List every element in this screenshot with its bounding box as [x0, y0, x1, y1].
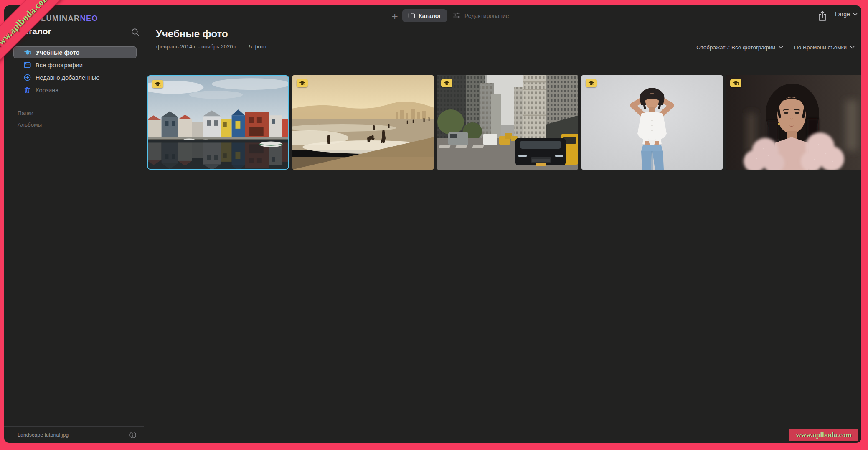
photo-thumbnail-portrait[interactable] [726, 75, 861, 170]
filter-dropdown[interactable]: Отображать: Все фотографии [696, 44, 783, 51]
sliders-icon [453, 12, 461, 20]
watermark-box-text: www.aplboda.com [796, 431, 851, 439]
sidebar-section-folders[interactable]: Папки [18, 110, 33, 116]
page-title: Учебные фото [156, 28, 228, 40]
chevron-down-icon [850, 46, 855, 49]
current-file-name: Landscape tutorial.jpg [18, 432, 129, 438]
tutorial-badge-icon [152, 80, 163, 88]
watermark-box: www.aplboda.com [789, 429, 858, 441]
tab-catalog-label: Каталог [419, 13, 441, 19]
filter-dropdown-label: Отображать: Все фотографии [696, 44, 775, 51]
album-meta: февраль 2014 г. - ноябрь 2020 г. 5 фото [156, 43, 266, 50]
sidebar-footer: Landscape tutorial.jpg [4, 426, 144, 443]
tutorial-badge-icon [730, 79, 741, 87]
app-logo: LUMINARNEO [41, 14, 98, 23]
sort-dropdown[interactable]: По Времени съемки [794, 44, 855, 51]
sidebar-item-label: Корзина [36, 87, 58, 94]
view-filters: Отображать: Все фотографии По Времени съ… [696, 44, 855, 51]
photo-thumbnail-studio-model[interactable] [581, 75, 723, 170]
logo-text-luminar: LUMINAR [41, 14, 80, 23]
sidebar-item-trash[interactable]: Корзина [13, 84, 137, 96]
folder-icon [408, 12, 415, 20]
photo-thumbnail-beach[interactable] [292, 75, 434, 170]
thumbnail-size-dropdown[interactable]: Large [835, 11, 858, 18]
chevron-down-icon [853, 13, 858, 16]
tab-edit[interactable]: Редактирование [453, 9, 509, 22]
sidebar-item-recently-added[interactable]: Недавно добавленные [13, 71, 137, 84]
trash-icon [23, 86, 31, 94]
sidebar-item-label: Недавно добавленные [36, 74, 100, 81]
plus-circle-icon [23, 74, 31, 81]
sidebar-item-label: Учебные фото [36, 49, 79, 56]
photo-thumbnail-city-street[interactable] [437, 75, 578, 170]
tab-catalog[interactable]: Каталог [402, 9, 447, 22]
info-icon[interactable] [129, 431, 137, 439]
photo-grid [147, 75, 861, 170]
thumbnail-size-value: Large [835, 11, 850, 18]
album-photo-count: 5 фото [249, 43, 266, 50]
photo-thumbnail-canal-houses[interactable] [147, 75, 289, 170]
graduation-cap-icon [24, 49, 31, 56]
share-icon[interactable] [817, 10, 827, 22]
tutorial-badge-icon [586, 79, 597, 87]
sort-dropdown-label: По Времени съемки [794, 44, 847, 51]
add-button[interactable]: + [388, 10, 401, 23]
sidebar-section-albums[interactable]: Альбомы [18, 122, 42, 128]
sidebar-item-all-photos[interactable]: Все фотографии [13, 59, 137, 71]
logo-text-neo: NEO [80, 14, 99, 23]
sidebar: LUMINARNEO Каталог Учебные фото Все фото… [4, 5, 144, 443]
tab-edit-label: Редактирование [464, 13, 509, 19]
album-date-range: февраль 2014 г. - ноябрь 2020 г. [156, 43, 237, 50]
sidebar-item-tutorial-photos[interactable]: Учебные фото [13, 46, 137, 58]
search-icon[interactable] [131, 28, 140, 37]
chevron-down-icon [779, 46, 783, 49]
sidebar-item-label: Все фотографии [36, 62, 83, 69]
tutorial-badge-icon [297, 79, 308, 87]
app-window: LUMINARNEO Каталог Учебные фото Все фото… [4, 5, 861, 443]
photo-library-icon [23, 61, 31, 69]
tutorial-badge-icon [441, 79, 452, 87]
sidebar-nav: Учебные фото Все фотографии Недавно доба… [13, 46, 137, 96]
